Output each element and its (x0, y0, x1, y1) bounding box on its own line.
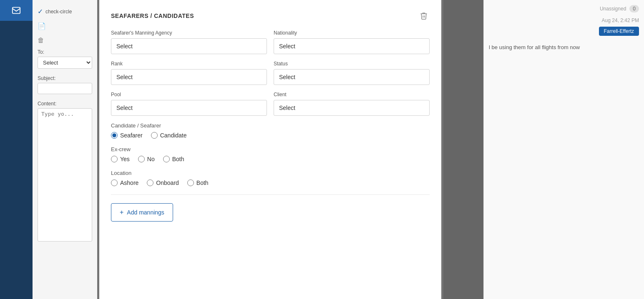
ex-crew-no-label: No (147, 156, 155, 162)
candidate-seafarer-section: Candidate / Seafarer Seafarer Candidate (111, 122, 430, 139)
timestamp: Aug 24, 2:42 PM (489, 17, 639, 23)
form-group-pool: Pool Select (111, 92, 267, 116)
radio-ex-crew-both[interactable]: Both (163, 156, 184, 162)
icon-row-1: ✓ check-circle (38, 4, 92, 19)
right-panel: Unassigned 0 Aug 24, 2:42 PM Farrell-Eff… (483, 0, 644, 299)
subject-label: Subject: (38, 75, 92, 81)
form-row-2: Rank Select Status Select (111, 61, 430, 85)
modal-backdrop: SEAFARERS / CANDIDATES Seafarer's Mannin… (97, 0, 443, 299)
icon-label-1: check-circle (45, 9, 72, 15)
onboard-label: Onboard (156, 179, 179, 186)
location-section: Location Ashore Onboard Both (111, 170, 430, 186)
rank-label: Rank (111, 61, 267, 67)
delete-button[interactable] (418, 10, 430, 22)
seafarer-radio-label: Seafarer (120, 132, 143, 139)
modal-divider (111, 194, 430, 195)
to-select[interactable]: Select (38, 57, 92, 69)
location-label: Location (111, 170, 430, 176)
trash-icon: 🗑 (38, 37, 44, 44)
form-row-3: Pool Select Client Select (111, 92, 430, 116)
modal-title: SEAFARERS / CANDIDATES (111, 12, 194, 19)
manning-select[interactable]: Select (111, 38, 267, 54)
modal-seafarers: SEAFARERS / CANDIDATES Seafarer's Mannin… (99, 0, 441, 299)
radio-seafarer[interactable]: Seafarer (111, 132, 143, 139)
client-label: Client (274, 92, 430, 97)
sidebar-icon-mail[interactable] (0, 0, 33, 21)
form-group-nationality: Nationality Select (274, 30, 430, 54)
tag-label[interactable]: Farrell-Effertz (599, 27, 639, 36)
candidate-seafarer-label: Candidate / Seafarer (111, 122, 430, 129)
status-label: Status (274, 61, 430, 67)
icon-row-2: 📄 (38, 19, 92, 33)
check-circle-icon: ✓ (38, 7, 43, 15)
unassigned-area: Unassigned 0 (489, 5, 639, 12)
radio-onboard[interactable]: Onboard (147, 179, 179, 186)
content-label: Content: (38, 101, 92, 107)
ex-crew-group: Yes No Both (111, 156, 430, 162)
candidate-radio-label: Candidate (160, 132, 187, 139)
add-mannings-button[interactable]: + Add mannings (111, 203, 173, 222)
client-select[interactable]: Select (274, 100, 430, 116)
status-select[interactable]: Select (274, 69, 430, 85)
ex-crew-both-label: Both (172, 156, 184, 162)
location-group: Ashore Onboard Both (111, 179, 430, 186)
radio-ex-crew-yes[interactable]: Yes (111, 156, 130, 162)
modal-header: SEAFARERS / CANDIDATES (111, 10, 430, 22)
to-label: To: (38, 49, 92, 55)
ex-crew-label: Ex-crew (111, 146, 430, 152)
svg-rect-0 (13, 7, 20, 14)
rank-select[interactable]: Select (111, 69, 267, 85)
radio-ashore[interactable]: Ashore (111, 179, 138, 186)
form-row-1: Seafarer's Manning Agency Select Nationa… (111, 30, 430, 54)
plus-icon: + (120, 209, 123, 216)
left-form-panel: ✓ check-circle 📄 🗑 To: Select Subject: C… (33, 0, 97, 299)
subject-input[interactable] (38, 83, 92, 94)
form-group-status: Status Select (274, 61, 430, 85)
ashore-label: Ashore (120, 179, 138, 186)
count-badge: 0 (629, 5, 639, 12)
form-group-rank: Rank Select (111, 61, 267, 85)
candidate-seafarer-group: Seafarer Candidate (111, 132, 430, 139)
pool-label: Pool (111, 92, 267, 97)
form-group-client: Client Select (274, 92, 430, 116)
right-message-text: l be using them for all flights from now (489, 43, 639, 52)
form-group-manning: Seafarer's Manning Agency Select (111, 30, 267, 54)
nationality-label: Nationality (274, 30, 430, 36)
icon-row-3: 🗑 (38, 33, 92, 47)
manning-label: Seafarer's Manning Agency (111, 30, 267, 36)
radio-ex-crew-no[interactable]: No (138, 156, 155, 162)
nationality-select[interactable]: Select (274, 38, 430, 54)
sidebar (0, 0, 33, 299)
ex-crew-yes-label: Yes (120, 156, 130, 162)
unassigned-label: Unassigned (600, 6, 626, 12)
content-textarea[interactable] (38, 108, 92, 242)
add-mannings-label: Add mannings (127, 209, 164, 216)
location-both-label: Both (196, 179, 209, 186)
document-icon: 📄 (38, 22, 46, 30)
ex-crew-section: Ex-crew Yes No Both (111, 146, 430, 162)
radio-location-both[interactable]: Both (187, 179, 209, 186)
pool-select[interactable]: Select (111, 100, 267, 116)
radio-candidate[interactable]: Candidate (151, 132, 187, 139)
